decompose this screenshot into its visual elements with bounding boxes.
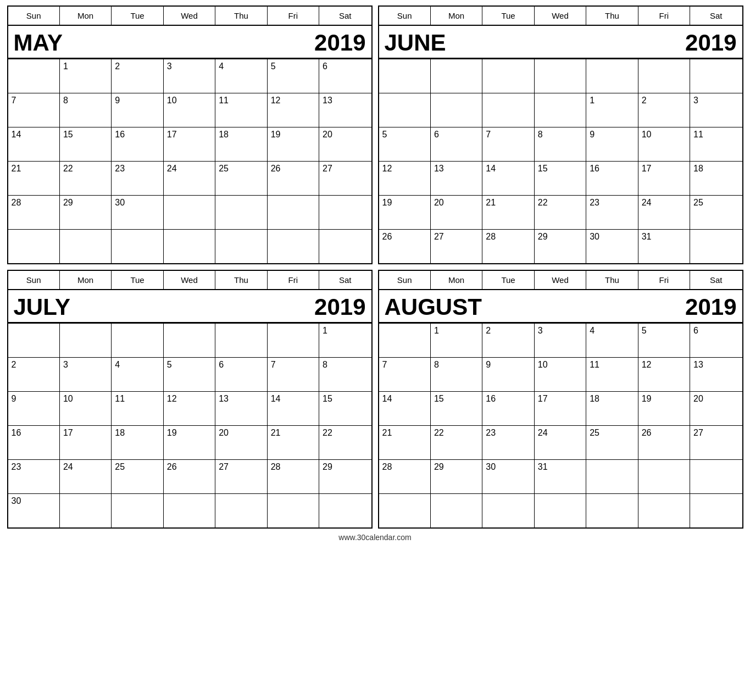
june-2019-day-cell [379, 93, 431, 127]
august-2019-day-cell: 29 [431, 459, 482, 493]
august-2019-dow-fri: Fri [638, 271, 690, 289]
may-2019-day-cell: 4 [215, 59, 267, 93]
may-2019-day-cell: 8 [60, 93, 112, 127]
july-2019-day-cell [164, 493, 215, 527]
june-2019-day-cell [431, 93, 482, 127]
may-2019-dow-fri: Fri [268, 7, 319, 25]
july-2019-day-cell: 8 [319, 357, 371, 391]
may-2019-day-cell [268, 229, 319, 263]
may-2019-day-cell [8, 59, 60, 93]
july-2019-day-cell: 12 [164, 391, 215, 425]
august-2019-dow-sat: Sat [690, 271, 742, 289]
may-2019-title-row: MAY2019 [8, 26, 371, 59]
june-2019-day-cell: 13 [431, 161, 482, 195]
may-2019-day-cell: 24 [164, 161, 215, 195]
august-2019-dow-wed: Wed [535, 271, 586, 289]
august-2019-month-name: AUGUST [385, 296, 482, 319]
may-2019-day-cell: 28 [8, 195, 60, 229]
july-2019-dow-fri: Fri [268, 271, 319, 289]
august-2019-day-cell [586, 493, 638, 527]
june-2019-day-cell: 22 [535, 195, 586, 229]
august-2019-day-cell [482, 493, 534, 527]
july-2019-day-cell [8, 323, 60, 357]
august-2019-day-cell: 13 [690, 357, 742, 391]
july-2019-day-cell: 13 [215, 391, 267, 425]
august-2019-day-cell: 8 [431, 357, 482, 391]
july-2019-day-cell: 4 [112, 357, 163, 391]
may-2019-day-cell: 7 [8, 93, 60, 127]
july-2019-day-cell [215, 493, 267, 527]
august-2019-day-cell: 22 [431, 425, 482, 459]
august-2019-dow-mon: Mon [431, 271, 482, 289]
june-2019-day-cell [535, 59, 586, 93]
may-2019-day-cell [215, 195, 267, 229]
july-2019-day-cell: 3 [60, 357, 112, 391]
july-2019-day-cell: 28 [268, 459, 319, 493]
july-2019-day-cell: 2 [8, 357, 60, 391]
august-2019-day-cell: 18 [586, 391, 638, 425]
july-2019-dow-sat: Sat [319, 271, 371, 289]
june-2019-day-cell: 12 [379, 161, 431, 195]
may-2019-day-cell: 22 [60, 161, 112, 195]
june-2019-day-cell [535, 93, 586, 127]
august-2019-day-cell: 7 [379, 357, 431, 391]
may-2019-header-row: SunMonTueWedThuFriSat [8, 7, 371, 26]
june-2019-day-cell: 29 [535, 229, 586, 263]
june-2019-day-cell: 15 [535, 161, 586, 195]
july-2019-day-cell: 18 [112, 425, 163, 459]
june-2019-day-cell: 9 [586, 127, 638, 161]
june-2019-day-cell: 5 [379, 127, 431, 161]
june-2019-day-cell: 27 [431, 229, 482, 263]
july-2019-day-cell [319, 493, 371, 527]
june-2019-year: 2019 [685, 31, 736, 54]
july-2019-day-cell [215, 323, 267, 357]
july-2019-day-cell: 11 [112, 391, 163, 425]
july-2019-title-row: JULY2019 [8, 290, 371, 323]
june-2019-day-cell [586, 59, 638, 93]
august-2019-day-cell: 21 [379, 425, 431, 459]
july-2019-day-cell: 6 [215, 357, 267, 391]
august-2019-day-cell: 1 [431, 323, 482, 357]
june-2019-day-cell: 10 [638, 127, 690, 161]
july-2019-day-cell: 16 [8, 425, 60, 459]
may-2019-day-cell [164, 195, 215, 229]
august-2019-dow-tue: Tue [482, 271, 534, 289]
may-2019-year: 2019 [314, 31, 365, 54]
july-2019-day-cell: 24 [60, 459, 112, 493]
august-2019-day-cell: 26 [638, 425, 690, 459]
footer-text: www.30calendar.com [338, 533, 411, 542]
august-2019-day-cell: 19 [638, 391, 690, 425]
august-2019-days-grid: 1234567891011121314151617181920212223242… [379, 323, 742, 527]
july-2019-day-cell: 15 [319, 391, 371, 425]
june-2019-day-cell [482, 93, 534, 127]
may-2019-day-cell: 19 [268, 127, 319, 161]
july-2019-day-cell: 21 [268, 425, 319, 459]
june-2019-day-cell: 20 [431, 195, 482, 229]
july-2019-day-cell [268, 493, 319, 527]
july-2019-dow-mon: Mon [60, 271, 112, 289]
july-2019-day-cell [112, 323, 163, 357]
july-2019-dow-wed: Wed [164, 271, 215, 289]
calendar-grid: SunMonTueWedThuFriSatMAY2019123456789101… [7, 5, 743, 529]
july-2019-day-cell: 17 [60, 425, 112, 459]
july-2019-dow-thu: Thu [215, 271, 267, 289]
june-2019-day-cell [638, 59, 690, 93]
june-2019-month-name: JUNE [385, 31, 446, 54]
august-2019-day-cell: 16 [482, 391, 534, 425]
may-2019-day-cell [215, 229, 267, 263]
may-2019-day-cell: 15 [60, 127, 112, 161]
may-2019-month-name: MAY [14, 31, 63, 54]
may-2019-day-cell: 20 [319, 127, 371, 161]
august-2019-day-cell: 28 [379, 459, 431, 493]
may-2019-day-cell: 2 [112, 59, 163, 93]
may-2019-day-cell: 17 [164, 127, 215, 161]
june-2019-day-cell [431, 59, 482, 93]
july-2019-day-cell: 20 [215, 425, 267, 459]
may-2019-day-cell: 9 [112, 93, 163, 127]
june-2019-day-cell: 14 [482, 161, 534, 195]
august-2019-day-cell: 9 [482, 357, 534, 391]
august-2019-day-cell [379, 493, 431, 527]
june-2019-day-cell: 31 [638, 229, 690, 263]
june-2019-dow-wed: Wed [535, 7, 586, 25]
august-2019-day-cell: 25 [586, 425, 638, 459]
